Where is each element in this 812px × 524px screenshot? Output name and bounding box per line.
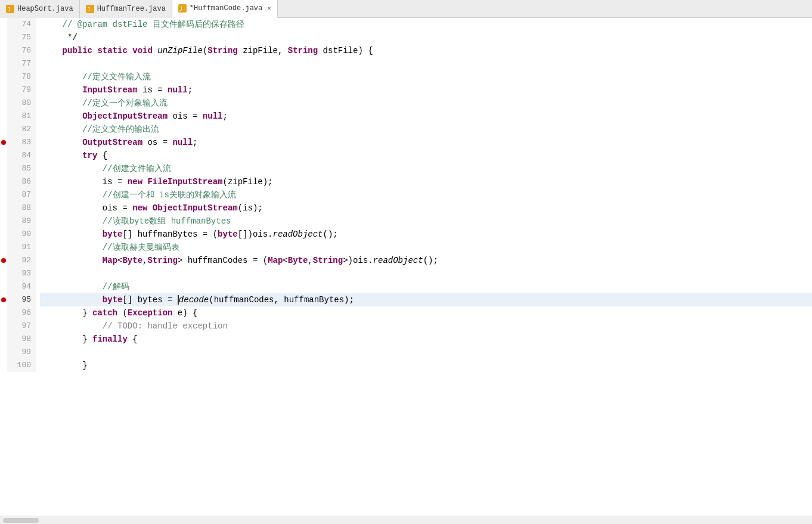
code-row-77[interactable] [40, 57, 812, 70]
gutter-row-94: 94 [0, 280, 40, 293]
code-row-78[interactable]: //定义文件输入流 [40, 70, 812, 83]
code-cell-84: try { [40, 149, 107, 162]
code-cell-76: public static void unZipFile(String zipF… [40, 44, 373, 57]
breakpoint-dot-95 [1, 297, 6, 302]
code-row-83[interactable]: OutputStream os = null; [40, 136, 812, 149]
line-number-94: 94 [7, 280, 36, 293]
tab-heapsort[interactable]: J HeapSort.java [0, 0, 80, 18]
code-row-85[interactable]: //创建文件输入流 [40, 162, 812, 175]
breakpoint-gutter-92[interactable] [0, 258, 7, 263]
breakpoint-dot-83 [1, 140, 6, 145]
line-number-78: 78 [7, 70, 36, 83]
code-row-82[interactable]: //定义文件的输出流 [40, 123, 812, 136]
code-row-89[interactable]: //读取byte数组 huffmanBytes [40, 215, 812, 228]
code-row-99[interactable] [40, 346, 812, 359]
code-row-81[interactable]: ObjectInputStream ois = null; [40, 110, 812, 123]
tab-huffmantree[interactable]: J HuffmanTree.java [80, 0, 172, 18]
code-cell-77 [40, 57, 42, 70]
gutter-row-81: 81 [0, 110, 40, 123]
code-cell-86: is = new FileInputStream(zipFile); [40, 175, 273, 188]
gutter-row-92: 92 [0, 254, 40, 267]
code-cell-83: OutputStream os = null; [40, 136, 197, 149]
tab-huffmancode[interactable]: J *HuffmanCode.java ✕ [172, 0, 278, 18]
gutter-row-83: 83 [0, 136, 40, 149]
code-row-100[interactable]: } [40, 359, 812, 372]
code-row-93[interactable] [40, 267, 812, 280]
java-icon-2: J [86, 5, 94, 13]
line-number-75: 75 [7, 31, 36, 44]
svg-text:J: J [87, 7, 90, 13]
svg-text:J: J [7, 7, 10, 13]
line-number-88: 88 [7, 201, 36, 215]
code-row-84[interactable]: try { [40, 149, 812, 162]
line-number-91: 91 [7, 241, 36, 254]
gutter-row-88: 88 [0, 201, 40, 215]
code-row-86[interactable]: is = new FileInputStream(zipFile); [40, 175, 812, 188]
gutter-row-99: 99 [0, 346, 40, 359]
code-cell-100: } [40, 359, 88, 372]
code-cell-99 [40, 346, 42, 359]
code-cell-79: InputStream is = null; [40, 83, 193, 97]
gutter-row-89: 89 [0, 215, 40, 228]
code-cell-87: //创建一个和 is关联的对象输入流 [40, 188, 236, 201]
line-number-74: 74 [7, 18, 36, 31]
gutter-row-82: 82 [0, 123, 40, 136]
scrollbar-horizontal[interactable] [0, 516, 812, 524]
code-cell-75: */ [40, 31, 78, 44]
line-number-85: 85 [7, 162, 36, 175]
code-row-75[interactable]: */ [40, 31, 812, 44]
code-row-79[interactable]: InputStream is = null; [40, 83, 812, 97]
gutter-row-96: 96 [0, 306, 40, 320]
code-row-96[interactable]: } catch (Exception e) { [40, 306, 812, 320]
breakpoint-dot-92 [1, 258, 6, 263]
code-row-98[interactable]: } finally { [40, 333, 812, 346]
code-row-76[interactable]: public static void unZipFile(String zipF… [40, 44, 812, 57]
code-row-87[interactable]: //创建一个和 is关联的对象输入流 [40, 188, 812, 201]
line-number-99: 99 [7, 346, 36, 359]
scrollbar-thumb[interactable] [3, 518, 39, 523]
code-row-80[interactable]: //定义一个对象输入流 [40, 97, 812, 110]
tab-label-heapsort: HeapSort.java [17, 5, 73, 13]
code-row-95[interactable]: byte[] bytes = decode(huffmanCodes, huff… [40, 293, 812, 306]
code-rows[interactable]: // @param dstFile 目文件解码后的保存路径 */ public … [40, 18, 812, 516]
code-row-94[interactable]: //解码 [40, 280, 812, 293]
code-cell-80: //定义一个对象输入流 [40, 97, 168, 110]
code-cell-98: } finally { [40, 333, 138, 346]
gutter-row-78: 78 [0, 70, 40, 83]
code-row-74[interactable]: // @param dstFile 目文件解码后的保存路径 [40, 18, 812, 31]
line-number-96: 96 [7, 306, 36, 320]
gutter-row-91: 91 [0, 241, 40, 254]
code-cell-89: //读取byte数组 huffmanBytes [40, 215, 231, 228]
code-cell-91: //读取赫夫曼编码表 [40, 241, 179, 254]
breakpoint-gutter-83[interactable] [0, 140, 7, 145]
code-cell-85: //创建文件输入流 [40, 162, 171, 175]
gutter-row-98: 98 [0, 333, 40, 346]
code-row-88[interactable]: ois = new ObjectInputStream(is); [40, 201, 812, 215]
java-icon-3: J [178, 4, 187, 13]
editor-container: J HeapSort.java J HuffmanTree.java J *Hu… [0, 0, 812, 524]
tab-label-huffmancode: *HuffmanCode.java [190, 4, 262, 13]
line-number-82: 82 [7, 123, 36, 136]
line-number-81: 81 [7, 110, 36, 123]
code-row-97[interactable]: // TODO: handle exception [40, 320, 812, 333]
gutter-row-95: 95 [0, 293, 40, 306]
code-cell-94: //解码 [40, 280, 129, 293]
gutter-row-76: 76 [0, 44, 40, 57]
line-number-90: 90 [7, 228, 36, 241]
code-cell-96: } catch (Exception e) { [40, 306, 197, 320]
code-cell-74: // @param dstFile 目文件解码后的保存路径 [40, 18, 244, 31]
code-row-90[interactable]: byte[] huffmanBytes = (byte[])ois.readOb… [40, 228, 812, 241]
gutter-row-93: 93 [0, 267, 40, 280]
line-number-100: 100 [7, 359, 36, 372]
tab-label-huffmantree: HuffmanTree.java [97, 5, 166, 13]
gutter-row-79: 79 [0, 83, 40, 97]
code-row-92[interactable]: Map<Byte,String> huffmanCodes = (Map<Byt… [40, 254, 812, 267]
breakpoint-gutter-95[interactable] [0, 297, 7, 302]
gutter-row-80: 80 [0, 97, 40, 110]
gutter-row-75: 75 [0, 31, 40, 44]
code-row-91[interactable]: //读取赫夫曼编码表 [40, 241, 812, 254]
gutter-row-74: 74 [0, 18, 40, 31]
java-icon: J [6, 5, 14, 13]
tab-close-icon[interactable]: ✕ [267, 4, 271, 12]
gutter-row-97: 97 [0, 320, 40, 333]
